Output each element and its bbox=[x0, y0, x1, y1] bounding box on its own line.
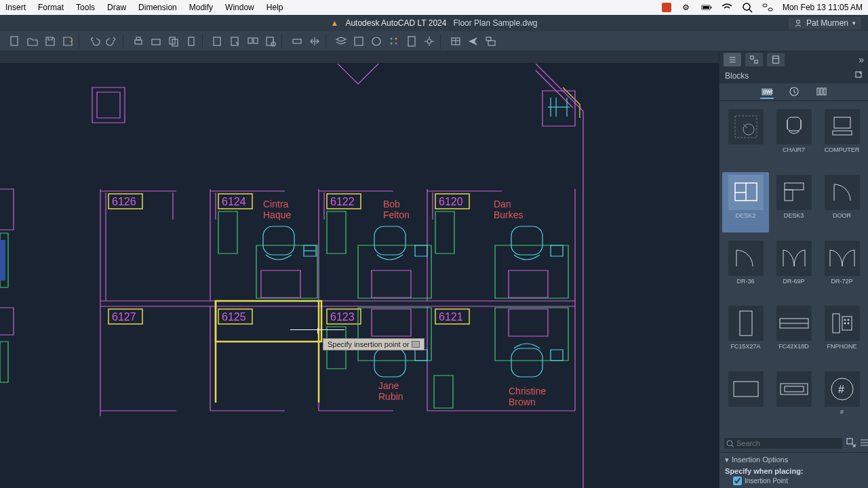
svg-rect-139 bbox=[842, 317, 852, 330]
gear-icon[interactable] bbox=[422, 35, 436, 48]
open-icon[interactable] bbox=[26, 35, 39, 48]
svg-rect-67 bbox=[0, 342, 8, 382]
copy-icon[interactable] bbox=[167, 35, 180, 48]
save-icon[interactable] bbox=[43, 35, 57, 48]
block-desk2[interactable]: DESK2 bbox=[722, 172, 769, 232]
options-subhead: Specify when placing: bbox=[725, 467, 863, 475]
svg-rect-16 bbox=[231, 37, 238, 45]
block-dr36[interactable]: DR-36 bbox=[722, 238, 769, 298]
hatch-icon[interactable] bbox=[370, 35, 383, 48]
block-dr72p[interactable]: DR-72P bbox=[818, 238, 865, 298]
menu-window[interactable]: Window bbox=[225, 3, 254, 12]
svg-rect-114 bbox=[817, 88, 819, 95]
svg-rect-151 bbox=[847, 439, 852, 444]
block-dr69p[interactable]: DR-69P bbox=[770, 238, 817, 298]
block-placeholder[interactable] bbox=[722, 106, 769, 167]
block-blank2[interactable] bbox=[770, 369, 817, 429]
undo-icon[interactable] bbox=[87, 35, 101, 48]
list-options-icon[interactable] bbox=[859, 437, 868, 449]
block-fc42[interactable]: FC42X18D bbox=[770, 303, 817, 363]
menu-draw[interactable]: Draw bbox=[107, 3, 126, 12]
menu-format[interactable]: Format bbox=[38, 3, 64, 12]
block-fnphone[interactable]: FNPHONE bbox=[818, 303, 865, 363]
subtab-current[interactable]: DWG bbox=[760, 85, 774, 99]
block-search-input[interactable] bbox=[724, 437, 843, 449]
svg-rect-146 bbox=[785, 386, 804, 392]
svg-rect-105 bbox=[551, 350, 563, 361]
svg-rect-82 bbox=[263, 226, 294, 255]
block-rmnum[interactable]: ## bbox=[818, 369, 865, 429]
panel-popout-icon[interactable] bbox=[854, 70, 863, 81]
drawing-canvas[interactable]: 6126 6124 6122 6120 6127 6125 6123 6121 … bbox=[0, 64, 719, 488]
menu-modify[interactable]: Modify bbox=[189, 3, 213, 12]
block-chair7[interactable]: CHAIR7 bbox=[770, 106, 817, 167]
panel-overflow-icon[interactable]: » bbox=[859, 54, 864, 65]
block-door[interactable]: DOOR bbox=[818, 172, 865, 232]
chk-insertion-point[interactable] bbox=[733, 476, 742, 485]
block-label: COMPUTER bbox=[825, 147, 860, 154]
saveas-icon[interactable] bbox=[61, 35, 75, 48]
battery-icon[interactable] bbox=[701, 2, 712, 13]
control-center-icon[interactable] bbox=[762, 2, 773, 13]
block-desk3[interactable]: DESK3 bbox=[770, 172, 817, 232]
block-fc15[interactable]: FC15X27A bbox=[722, 303, 769, 363]
svg-rect-95 bbox=[551, 245, 563, 256]
paste-icon[interactable] bbox=[184, 35, 198, 48]
menu-tools[interactable]: Tools bbox=[76, 3, 95, 12]
svg-point-29 bbox=[427, 39, 431, 43]
user-menu[interactable]: Pat Murnen ▾ bbox=[789, 17, 861, 29]
svg-rect-9 bbox=[135, 40, 142, 44]
clock[interactable]: Mon Feb 13 11:05 AM bbox=[783, 3, 863, 12]
svg-rect-91 bbox=[435, 211, 454, 253]
status-icon-2[interactable]: ⚙ bbox=[681, 2, 692, 13]
svg-point-3 bbox=[743, 3, 750, 10]
pan-icon[interactable] bbox=[308, 35, 321, 48]
layer-icon[interactable] bbox=[334, 35, 348, 48]
measure-icon[interactable] bbox=[290, 35, 304, 48]
svg-rect-90 bbox=[415, 245, 427, 256]
menu-dimension[interactable]: Dimension bbox=[138, 3, 177, 12]
blocks-panel: » Blocks DWG CHAIR7COMPUTERDESK2DESK3DOO… bbox=[719, 52, 868, 488]
panel-tab-properties[interactable] bbox=[724, 53, 741, 66]
svg-point-141 bbox=[848, 319, 849, 321]
tooltip-dropdown-icon[interactable] bbox=[412, 341, 420, 348]
status-icon-1[interactable] bbox=[662, 3, 671, 12]
tool-d-icon[interactable] bbox=[264, 35, 277, 48]
wifi-icon[interactable] bbox=[722, 2, 732, 13]
svg-rect-103 bbox=[511, 348, 542, 377]
name-cintra: CintraHaque bbox=[263, 199, 291, 220]
windows-icon[interactable] bbox=[484, 35, 498, 48]
block-blank1[interactable] bbox=[722, 369, 769, 429]
app-title-bar: ▲ Autodesk AutoCAD LT 2024 Floor Plan Sa… bbox=[0, 15, 868, 31]
panel-tab-blocks[interactable] bbox=[745, 53, 763, 66]
redo-icon[interactable] bbox=[105, 35, 119, 48]
search-icon bbox=[726, 440, 734, 448]
block-label: CHAIR7 bbox=[783, 147, 805, 154]
svg-point-23 bbox=[372, 37, 380, 45]
svg-rect-38 bbox=[542, 91, 575, 126]
print-icon[interactable] bbox=[132, 35, 145, 48]
tool-c-icon[interactable] bbox=[246, 35, 260, 48]
insert-icon[interactable] bbox=[846, 437, 856, 449]
plot-icon[interactable] bbox=[149, 35, 163, 48]
block-icon[interactable] bbox=[352, 35, 366, 48]
block-computer[interactable]: COMPUTER bbox=[818, 106, 865, 167]
menu-help[interactable]: Help bbox=[267, 3, 283, 12]
subtab-library[interactable] bbox=[814, 85, 828, 99]
tool-b-icon[interactable] bbox=[229, 35, 242, 48]
tool-a-icon[interactable] bbox=[211, 35, 224, 48]
table-icon[interactable] bbox=[449, 35, 462, 48]
new-icon[interactable] bbox=[8, 35, 22, 48]
panel-tab-sheet[interactable] bbox=[767, 53, 785, 66]
opt-insertion-point[interactable]: Insertion Point bbox=[725, 476, 863, 485]
dots-icon[interactable] bbox=[387, 35, 401, 48]
name-bob: BobFelton bbox=[383, 199, 410, 220]
chevron-down-icon[interactable]: ▾ bbox=[725, 455, 729, 464]
subtab-recent[interactable] bbox=[787, 85, 801, 99]
app-name: Autodesk AutoCAD LT 2024 bbox=[345, 18, 446, 28]
sheet-icon[interactable] bbox=[405, 35, 418, 48]
search-icon[interactable] bbox=[742, 2, 753, 13]
menu-insert[interactable]: Insert bbox=[5, 3, 26, 12]
send-icon[interactable] bbox=[467, 35, 480, 48]
svg-rect-135 bbox=[740, 311, 752, 336]
